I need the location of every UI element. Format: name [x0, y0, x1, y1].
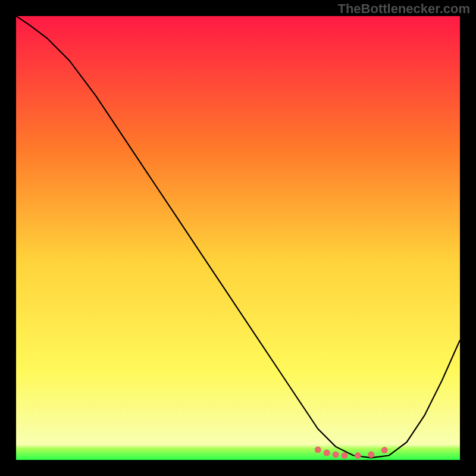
plot-area [16, 16, 460, 460]
highlight-dot [315, 446, 321, 453]
chart-frame: TheBottlenecker.com [0, 0, 476, 476]
highlight-dot [355, 452, 361, 459]
highlight-dot [368, 452, 374, 458]
chart-svg [16, 16, 460, 460]
highlight-dot [333, 452, 339, 458]
gradient-background [16, 16, 460, 460]
highlight-dot [342, 452, 348, 459]
attribution-text: TheBottlenecker.com [337, 1, 470, 17]
highlight-dot [324, 450, 330, 456]
highlight-dot [381, 447, 388, 453]
